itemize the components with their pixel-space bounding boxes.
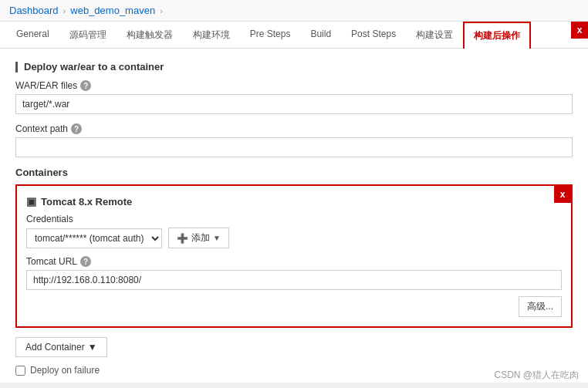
- war-files-help-icon[interactable]: ?: [80, 80, 91, 91]
- credentials-select[interactable]: tomcat/****** (tomcat auth): [26, 228, 162, 248]
- credentials-row: tomcat/****** (tomcat auth) ➕ 添加 ▼: [26, 228, 562, 248]
- tab-source[interactable]: 源码管理: [59, 22, 117, 49]
- section-title: Deploy war/ear to a container: [15, 61, 573, 73]
- advanced-row: 高级...: [26, 296, 562, 317]
- add-container-row: Add Container ▼: [15, 337, 573, 357]
- breadcrumb-project[interactable]: web_demo_maven: [70, 5, 155, 16]
- add-container-arrow: ▼: [88, 342, 97, 353]
- war-files-label: WAR/EAR files ?: [15, 80, 573, 91]
- deploy-on-failure-label: Deploy on failure: [30, 365, 100, 376]
- add-label: 添加: [191, 231, 210, 245]
- server-icon: ▣: [26, 195, 36, 207]
- tab-build[interactable]: Build: [300, 22, 341, 49]
- tab-bar: General 源码管理 构建触发器 构建环境 Pre Steps Build …: [0, 22, 588, 49]
- context-path-help-icon[interactable]: ?: [71, 123, 82, 134]
- credentials-add-button[interactable]: ➕ 添加 ▼: [168, 228, 229, 248]
- breadcrumb-sep-2: ›: [160, 6, 163, 15]
- tab-post-steps[interactable]: Post Steps: [341, 22, 406, 49]
- containers-box: x ▣ Tomcat 8.x Remote Credentials tomcat…: [15, 184, 573, 328]
- main-content: Deploy war/ear to a container WAR/EAR fi…: [0, 49, 588, 383]
- container-type-title: ▣ Tomcat 8.x Remote: [26, 195, 562, 207]
- deploy-on-failure-row: Deploy on failure: [15, 365, 573, 376]
- tab-build-settings[interactable]: 构建设置: [406, 22, 463, 49]
- war-files-group: WAR/EAR files ?: [15, 80, 573, 114]
- footer-watermark: CSDN @猎人在吃肉: [494, 369, 579, 382]
- tab-post-build[interactable]: 构建后操作: [463, 22, 531, 49]
- container-close-button[interactable]: x: [554, 186, 571, 203]
- add-dropdown-arrow: ▼: [213, 234, 221, 242]
- add-container-label: Add Container: [25, 342, 85, 353]
- containers-label: Containers: [15, 167, 573, 178]
- tomcat-url-label: Tomcat URL ?: [26, 256, 562, 267]
- context-path-label: Context path ?: [15, 123, 573, 134]
- breadcrumb-dashboard[interactable]: Dashboard: [9, 5, 59, 16]
- deploy-on-failure-checkbox[interactable]: [15, 366, 25, 376]
- breadcrumb: Dashboard › web_demo_maven ›: [0, 0, 588, 22]
- tab-general[interactable]: General: [6, 22, 59, 49]
- add-icon: ➕: [177, 233, 188, 244]
- tab-trigger[interactable]: 构建触发器: [117, 22, 183, 49]
- breadcrumb-sep-1: ›: [63, 6, 66, 15]
- context-path-group: Context path ?: [15, 123, 573, 157]
- add-container-button[interactable]: Add Container ▼: [15, 337, 107, 357]
- war-files-input[interactable]: [15, 94, 573, 114]
- advanced-button[interactable]: 高级...: [519, 296, 562, 317]
- tomcat-url-input[interactable]: [26, 270, 562, 290]
- tab-env[interactable]: 构建环境: [183, 22, 240, 49]
- credentials-label: Credentials: [26, 214, 562, 224]
- context-path-input[interactable]: [15, 137, 573, 157]
- tab-close-icon[interactable]: x: [571, 22, 588, 39]
- tomcat-url-help-icon[interactable]: ?: [80, 256, 91, 267]
- tab-pre-steps[interactable]: Pre Steps: [240, 22, 301, 49]
